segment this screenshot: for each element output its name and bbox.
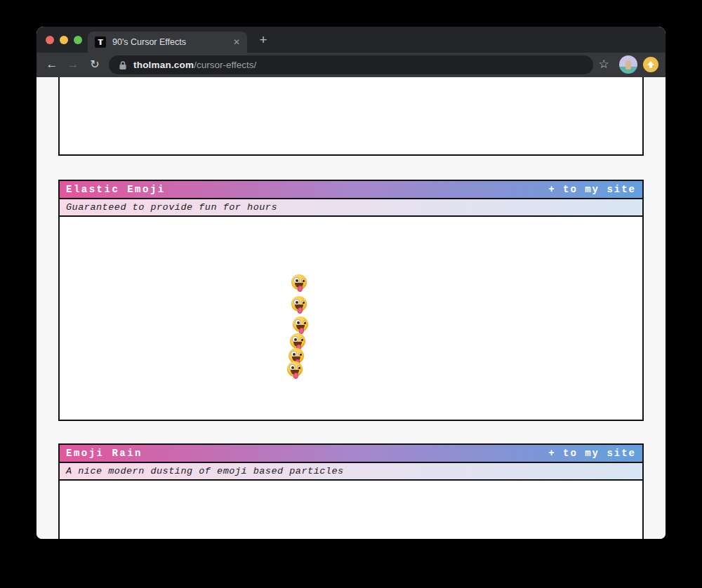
lock-icon: [119, 60, 127, 70]
section-subtitle-text: A nice modern dusting of emoji based par…: [66, 466, 344, 476]
zoom-window-button[interactable]: [74, 36, 82, 44]
url-path: /cursor-effects/: [194, 60, 256, 70]
section-header: Emoji Rain + to my site: [60, 445, 642, 463]
tab-cursor-effects[interactable]: T 90's Cursor Effects ✕: [88, 32, 247, 53]
site-favicon-icon: T: [95, 36, 106, 48]
chrome-update-button[interactable]: [643, 57, 658, 72]
forward-icon: →: [65, 56, 81, 73]
minimize-window-button[interactable]: [60, 36, 68, 44]
zany-face-emoji: [291, 274, 307, 290]
section-subtitle: Guaranteed to provide fun for hours: [60, 199, 642, 217]
section-subtitle: A nice modern dusting of emoji based par…: [60, 463, 642, 481]
reload-icon[interactable]: ↻: [86, 56, 103, 73]
section-elastic-emoji: Elastic Emoji + to my site Guaranteed to…: [58, 180, 644, 421]
avatar-figure: [625, 60, 631, 69]
close-window-button[interactable]: [46, 36, 54, 44]
previous-section-demo-area[interactable]: [58, 77, 644, 156]
tab-strip: T 90's Cursor Effects ✕ +: [37, 27, 665, 53]
section-subtitle-text: Guaranteed to provide fun for hours: [66, 202, 277, 213]
section-title: Emoji Rain: [66, 448, 143, 459]
address-bar[interactable]: tholman.com /cursor-effects/: [109, 55, 593, 74]
profile-avatar[interactable]: [619, 55, 637, 74]
page-content: Elastic Emoji + to my site Guaranteed to…: [37, 77, 665, 539]
back-icon[interactable]: ←: [44, 56, 60, 73]
screenshot-stage: T 90's Cursor Effects ✕ + ← → ↻ tholman.…: [0, 0, 702, 588]
new-tab-button[interactable]: +: [256, 32, 271, 48]
tab-title: 90's Cursor Effects: [112, 37, 227, 47]
url-host: tholman.com: [133, 60, 194, 70]
zany-face-emoji: [287, 361, 303, 377]
browser-window: T 90's Cursor Effects ✕ + ← → ↻ tholman.…: [37, 27, 665, 539]
tab-close-icon[interactable]: ✕: [233, 37, 240, 47]
zany-face-emoji: [293, 316, 308, 332]
add-to-my-site-link[interactable]: + to my site: [548, 184, 636, 195]
section-header: Elastic Emoji + to my site: [60, 181, 642, 199]
zany-face-emoji: [291, 296, 307, 312]
zany-face-emoji: [290, 333, 305, 349]
rain-demo-area[interactable]: [60, 481, 642, 539]
section-emoji-rain: Emoji Rain + to my site A nice modern du…: [58, 443, 644, 539]
browser-toolbar: ← → ↻ tholman.com /cursor-effects/ ☆: [37, 53, 665, 77]
section-title: Elastic Emoji: [66, 184, 166, 195]
bookmark-star-icon[interactable]: ☆: [595, 56, 612, 73]
elastic-demo-area[interactable]: [60, 217, 642, 420]
add-to-my-site-link[interactable]: + to my site: [548, 448, 636, 459]
arrow-up-icon: [647, 60, 655, 69]
